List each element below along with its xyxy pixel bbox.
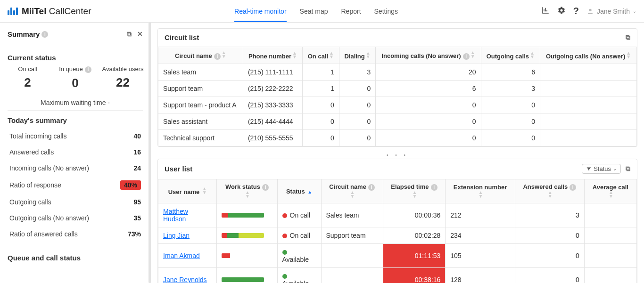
gear-icon[interactable]: [557, 6, 566, 16]
column-header[interactable]: User name ▲▼: [158, 179, 217, 203]
status-cell: In queuei 0: [51, 65, 99, 90]
work-status-bar: [222, 233, 264, 238]
column-header[interactable]: Answered callsi ▲▼: [515, 179, 584, 203]
resize-handle[interactable]: • • •: [157, 152, 637, 159]
queue-status-title: Queue and call status: [0, 250, 150, 262]
summary-title: Summary: [8, 30, 40, 38]
app-header: MiiTel CallCenter Real-time monitor Seat…: [0, 0, 644, 23]
summary-row: Outgoing calls 95: [0, 194, 150, 210]
info-icon[interactable]: i: [214, 53, 221, 60]
circuit-list-card: Circuit list ⧉ Circuit namei▲▼Phone numb…: [157, 28, 637, 147]
summary-row: Incoming calls (No answer) 24: [0, 160, 150, 176]
table-row: Iman Akmad Available 01:11:53 105 0: [158, 244, 637, 268]
max-waiting-time: Maximum waiting time -: [8, 94, 143, 111]
table-row: Matthew Hudson On call Sales team 00:00:…: [158, 203, 637, 227]
info-icon[interactable]: i: [85, 66, 91, 73]
close-icon[interactable]: ✕: [137, 30, 143, 38]
column-header[interactable]: Work statusi ▲▼: [217, 179, 277, 203]
user-link[interactable]: Jane Reynolds: [163, 276, 207, 283]
column-header[interactable]: Phone number▲▼: [243, 47, 302, 64]
table-row: Ling Jian On call Support team 00:02:28 …: [158, 227, 637, 244]
popout-icon[interactable]: ⧉: [626, 33, 630, 41]
status-dot: [282, 213, 287, 218]
chevron-down-icon: ⌄: [633, 8, 636, 14]
summary-row: Total incoming calls 40: [0, 128, 150, 144]
user-list-title: User list: [165, 165, 192, 173]
circuit-table: Circuit namei▲▼Phone number▲▼On call▲▼Di…: [158, 47, 637, 146]
popout-icon[interactable]: ⧉: [626, 165, 630, 173]
status-dot: [282, 234, 287, 238]
column-header[interactable]: Circuit namei▲▼: [158, 47, 243, 64]
filter-icon: [586, 166, 592, 172]
avatar-icon: [586, 8, 594, 15]
current-status-title: Current status: [0, 48, 150, 64]
user-link[interactable]: Matthew Hudson: [163, 208, 188, 223]
work-status-bar: [222, 213, 264, 218]
summary-row: Outgoing calls (No answer) 35: [0, 210, 150, 226]
status-dot: [282, 250, 287, 255]
status-filter[interactable]: Status ⌄: [582, 164, 621, 174]
summary-row: Ratio of answered calls 73%: [0, 226, 150, 242]
tab-realtime-monitor[interactable]: Real-time monitor: [234, 0, 286, 22]
info-icon[interactable]: i: [368, 184, 375, 191]
column-header[interactable]: Extension number ▲▼: [446, 179, 515, 203]
nav-tabs: Real-time monitor Seat map Report Settin…: [234, 0, 398, 22]
column-header[interactable]: Status ▲: [277, 179, 321, 203]
circuit-list-title: Circuit list: [165, 33, 199, 41]
user-list-card: User list Status ⌄ ⧉ User name ▲▼Work st…: [157, 159, 637, 283]
info-icon[interactable]: i: [570, 184, 576, 191]
status-dot: [282, 274, 287, 279]
table-row: Support team(215) 222-2222 10 63: [158, 81, 637, 97]
info-icon[interactable]: i: [41, 31, 48, 38]
user-menu[interactable]: Jane Smith ⌄: [586, 8, 636, 15]
column-header[interactable]: Outgoing calls (No answer)▲▼: [540, 47, 637, 64]
chart-icon[interactable]: [541, 6, 550, 16]
summary-sidebar: Summary i ⧉ ✕ Current status On call 2 I…: [0, 23, 151, 283]
column-header[interactable]: Circuit namei ▲▼: [321, 179, 383, 203]
logo-icon: [8, 8, 18, 15]
work-status-bar: [222, 253, 264, 258]
column-header[interactable]: Elapsed timei ▲▼: [383, 179, 446, 203]
tab-settings[interactable]: Settings: [374, 0, 398, 22]
summary-row: Ratio of response 40%: [0, 176, 150, 194]
summary-row: Answered calls 16: [0, 144, 150, 160]
tab-report[interactable]: Report: [341, 0, 361, 22]
table-row: Jane Reynolds Available 00:38:16 128 0: [158, 268, 637, 283]
table-row: Technical support(210) 555-5555 00 00: [158, 130, 637, 146]
info-icon[interactable]: i: [463, 53, 470, 60]
table-row: Sales team(215) 111-1111 13 206: [158, 64, 637, 81]
popout-icon[interactable]: ⧉: [127, 30, 132, 38]
column-header[interactable]: Average call ▲▼: [584, 179, 636, 203]
user-link[interactable]: Ling Jian: [163, 232, 190, 239]
info-icon[interactable]: i: [262, 184, 269, 191]
table-row: Sales assistant(215) 444-4444 00 00: [158, 113, 637, 130]
header-actions: ? Jane Smith ⌄: [541, 6, 636, 16]
info-icon[interactable]: i: [431, 184, 438, 191]
table-row: Support team - product A(215) 333-3333 0…: [158, 97, 637, 113]
column-header[interactable]: Outgoing calls▲▼: [481, 47, 540, 64]
chevron-down-icon: ⌄: [613, 166, 617, 171]
main-content: Circuit list ⧉ Circuit namei▲▼Phone numb…: [151, 23, 644, 283]
user-table: User name ▲▼Work statusi ▲▼Status ▲Circu…: [158, 179, 637, 283]
column-header[interactable]: On call▲▼: [303, 47, 339, 64]
user-name: Jane Smith: [597, 8, 630, 15]
column-header[interactable]: Incoming calls (No answer)i▲▼: [376, 47, 481, 64]
logo-text: MiiTel CallCenter: [22, 6, 91, 16]
work-status-bar: [222, 277, 264, 282]
status-cell: On call 2: [4, 65, 51, 90]
help-icon[interactable]: ?: [573, 6, 579, 16]
user-link[interactable]: Iman Akmad: [163, 252, 200, 259]
column-header[interactable]: Dialing▲▼: [339, 47, 376, 64]
tab-seat-map[interactable]: Seat map: [300, 0, 328, 22]
status-cell: Available users 22: [99, 65, 147, 90]
today-summary-title: Today's summary: [0, 111, 150, 126]
logo: MiiTel CallCenter: [8, 6, 91, 16]
svg-point-0: [589, 8, 591, 11]
